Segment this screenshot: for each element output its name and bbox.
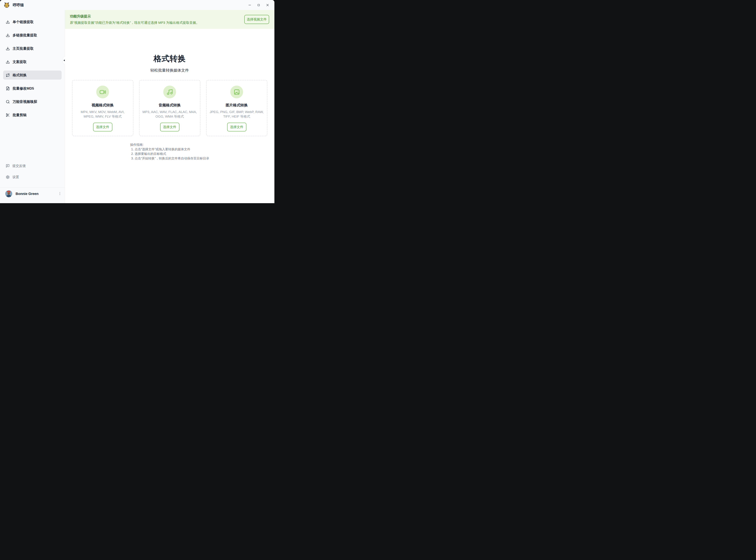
app-title: 哼哼猫 [13,3,24,7]
guide-steps: 1. 点击“选择文件”或拖入要转换的媒体文件 2. 选择要输出的目标格式 3. … [130,147,209,161]
audio-conversion-card[interactable]: 音频格式转换 MP3, AAC, WAV, FLAC, ALAC, M4A, O… [139,80,200,136]
image-conversion-card[interactable]: 图片格式转换 JPEG, PNG, GIF, BMP, WebP, RAW, T… [206,80,267,136]
upgrade-banner: 功能升级提示 原“视频提取音频”功能已升级为“格式转换”，现在可通过选择 MP3… [65,10,274,29]
sidebar-nav: 单个链接提取 多链接批量提取 主页批量提取 文案提取 格式转换 [0,17,65,124]
sidebar-item-label: 主页批量提取 [13,46,34,51]
page-subtitle: 轻松批量转换媒体文件 [65,68,274,73]
banner-description: 原“视频提取音频”功能已升级为“格式转换”，现在可通过选择 MP3 为输出格式提… [70,20,241,25]
sidebar-item-label: 文案提取 [13,60,26,64]
maximize-icon[interactable] [257,3,261,7]
sidebar-item-label: 批量剪辑 [13,113,26,117]
sidebar-item-settings[interactable]: 设置 [3,173,62,181]
sidebar-item-label: 设置 [13,175,19,179]
sidebar-item-submit-feedback[interactable]: 提交反馈 [3,162,62,170]
chevron-left-icon [63,60,65,61]
sidebar-item-batch-modify-md5[interactable]: 批量修改MD5 [3,84,62,93]
banner-title: 功能升级提示 [70,14,241,19]
select-file-button-audio[interactable]: 选择文件 [160,123,179,132]
video-conversion-card[interactable]: 视频格式转换 MP4, MKV, MOV, WebM, AVI, MPEG, W… [72,80,133,136]
hero: 格式转换 轻松批量转换媒体文件 [65,53,274,73]
card-title: 视频格式转换 [73,103,133,107]
download-icon [6,60,10,64]
guide-step: 2. 选择要输出的目标格式 [131,152,209,156]
sidebar-spacer [0,124,65,162]
icon-circle [96,85,109,98]
sidebar-item-batch-clip[interactable]: 批量剪辑 [3,111,62,120]
sidebar-item-copy-extract[interactable]: 文案提取 [3,57,62,66]
video-camera-icon [99,89,106,95]
banner-text: 功能升级提示 原“视频提取音频”功能已升级为“格式转换”，现在可通过选择 MP3… [70,14,241,25]
guide-step: 3. 点击“开始转换”，转换后的文件将自动保存至目标目录 [131,156,209,161]
guide-step: 1. 点击“选择文件”或拖入要转换的媒体文件 [131,147,209,152]
card-formats: MP4, MKV, MOV, WebM, AVI, MPEG, WMV, FLV… [73,110,133,119]
card-formats: JPEG, PNG, GIF, BMP, WebP, RAW, TIFF, HE… [206,110,267,119]
sidebar-item-label: 格式转换 [13,73,26,78]
feedback-icon [6,164,9,168]
sidebar-item-label: 多链接批量提取 [13,33,37,38]
title-bar: 哼哼猫 [0,0,274,10]
user-profile[interactable]: Bonnie Green [0,187,65,203]
operation-guide: 操作指南: 1. 点击“选择文件”或拖入要转换的媒体文件 2. 选择要输出的目标… [130,142,209,161]
sidebar-item-label: 提交反馈 [13,164,26,168]
app-logo-cat-icon [4,2,9,8]
search-icon [6,100,10,104]
sidebar-collapse-handle[interactable] [63,57,65,64]
card-title: 音频格式转换 [139,103,200,107]
gear-icon [6,175,9,179]
sidebar-item-single-link-extract[interactable]: 单个链接提取 [3,17,62,26]
sidebar-item-label: 批量修改MD5 [13,86,34,91]
sidebar-item-format-conversion[interactable]: 格式转换 [3,71,62,80]
page-title: 格式转换 [65,53,274,64]
sidebar-item-multi-link-batch-extract[interactable]: 多链接批量提取 [3,31,62,40]
sidebar-item-label: 单个链接提取 [13,20,34,24]
app-window: 哼哼猫 单个链接提取 多链接批量提取 [0,0,274,203]
sidebar: 单个链接提取 多链接批量提取 主页批量提取 文案提取 格式转换 [0,10,65,203]
minimize-icon[interactable] [248,3,252,7]
download-icon [6,20,10,24]
download-icon [6,46,10,51]
icon-circle [163,85,176,98]
repeat-icon [6,73,10,77]
sidebar-item-label: 万能音视频嗅探 [13,99,37,104]
user-name: Bonnie Green [16,192,55,196]
scissors-icon [6,113,10,117]
card-formats: MP3, AAC, WAV, FLAC, ALAC, M4A, OGG, WMA… [139,110,200,119]
guide-heading: 操作指南: [130,142,209,147]
window-controls [248,3,271,7]
image-icon [234,89,240,95]
sidebar-footer-nav: 提交反馈 设置 [0,162,65,184]
select-file-button-image[interactable]: 选择文件 [227,123,246,132]
main-content: 功能升级提示 原“视频提取音频”功能已升级为“格式转换”，现在可通过选择 MP3… [65,10,274,203]
select-video-file-button[interactable]: 选择视频文件 [244,15,269,24]
file-pen-icon [6,86,10,91]
sidebar-item-homepage-batch-extract[interactable]: 主页批量提取 [3,44,62,53]
avatar [5,190,12,197]
card-title: 图片格式转换 [206,103,267,107]
kebab-menu-icon[interactable] [58,192,62,196]
download-icon [6,33,10,37]
music-note-icon [166,89,173,95]
sidebar-item-universal-sniffer[interactable]: 万能音视频嗅探 [3,97,62,106]
icon-circle [230,85,243,98]
select-file-button-video[interactable]: 选择文件 [93,123,112,132]
conversion-cards: 视频格式转换 MP4, MKV, MOV, WebM, AVI, MPEG, W… [65,80,274,136]
close-icon[interactable] [266,3,270,7]
